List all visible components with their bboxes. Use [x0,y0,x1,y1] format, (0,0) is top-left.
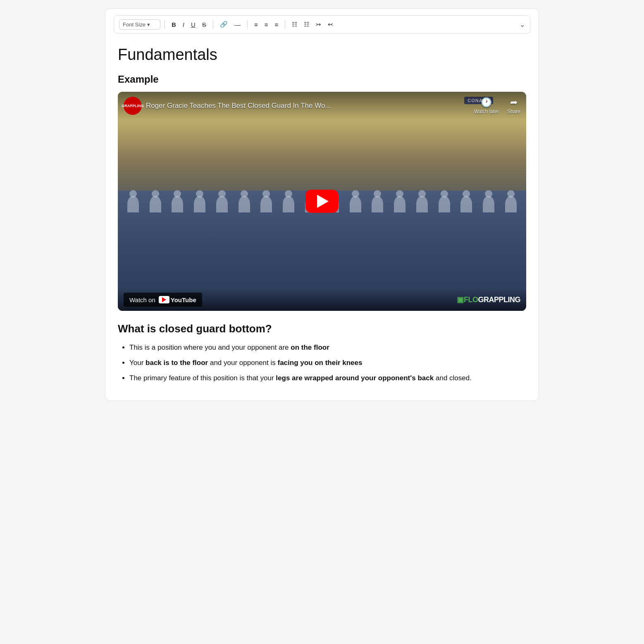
link-group: 🔗 — [217,19,243,30]
font-size-arrow: ▾ [147,21,150,28]
video-embed[interactable]: CONADE [118,92,526,311]
expand-button[interactable]: ⌄ [520,21,525,29]
divider-2 [213,20,213,29]
ordered-list-button[interactable]: ☷ [301,19,312,30]
audience-person [194,196,205,212]
flo-logo: ▣FLOGRAPPLING [457,295,520,304]
audience-person [460,196,472,212]
watch-on-label: Watch on [129,296,155,303]
list-item: The primary feature of this position is … [129,372,526,384]
bullet-text-2-plain1: Your [129,359,145,367]
watch-later-icon: 🕐 [481,97,492,108]
unordered-list-button[interactable]: ☷ [289,19,300,30]
align-center-button[interactable]: ≡ [262,19,271,30]
watch-later-button[interactable]: 🕐 Watch later [474,97,499,114]
video-top-bar: GRAPPLING Roger Gracie Teaches The Best … [118,92,526,120]
bullet-text-1-plain: This is a position where you and your op… [129,343,291,351]
dash-button[interactable]: — [232,19,243,30]
page-title: Fundamentals [118,46,526,64]
bullet-list: This is a position where you and your op… [118,342,526,384]
align-right-button[interactable]: ≡ [272,19,281,30]
list-item: Your back is to the floor and your oppon… [129,357,526,368]
play-triangle-icon [317,195,329,208]
youtube-logo: YouTube [159,296,196,303]
video-bottom-bar: Watch on YouTube ▣FLOGRAPPLING [118,289,526,311]
channel-name: GRAPPLING [122,104,144,108]
bullet-text-2-plain2: and your opponent is [210,359,278,367]
align-group: ≡ ≡ ≡ [252,19,281,30]
divider-4 [285,20,285,29]
font-size-label: Font Size [123,21,145,28]
link-button[interactable]: 🔗 [217,19,230,30]
indent-increase-button[interactable]: ↣ [313,19,324,30]
audience-person [416,196,428,212]
audience-person [216,196,228,212]
audience-person [350,196,361,212]
indent-decrease-button[interactable]: ↢ [325,19,336,30]
font-size-select[interactable]: Font Size ▾ [119,19,160,30]
watch-on-youtube[interactable]: Watch on YouTube [124,293,202,307]
example-section-title: Example [118,74,526,85]
youtube-play-icon [159,296,169,303]
share-icon: ➦ [510,97,518,108]
italic-button[interactable]: I [180,19,187,30]
audience-person [394,196,405,212]
audience-person [483,196,494,212]
content-area: Fundamentals Example CONADE [114,46,530,384]
audience-person [260,196,272,212]
subsection-title: What is closed guard bottom? [118,322,526,335]
format-group: B I U S [169,19,209,30]
share-label: Share [507,109,520,114]
play-button[interactable] [305,190,339,213]
list-item: This is a position where you and your op… [129,342,526,353]
audience-person [239,196,250,212]
underline-button[interactable]: U [188,19,198,30]
audience-person [283,196,294,212]
toolbar: Font Size ▾ B I U S 🔗 — ≡ ≡ ≡ ☷ ☷ ↣ ↢ [114,15,530,33]
audience-person [172,196,183,212]
bullet-text-1-bold: on the floor [291,343,329,351]
youtube-triangle-icon [162,297,166,302]
bullet-text-2-bold1: back is to the floor [145,359,208,367]
divider-3 [247,20,248,29]
bullet-text-2-bold2: facing you on their knees [277,359,362,367]
bold-button[interactable]: B [169,19,179,30]
bullet-text-3-bold: legs are wrapped around your opponent's … [276,374,434,382]
editor-container: Font Size ▾ B I U S 🔗 — ≡ ≡ ≡ ☷ ☷ ↣ ↢ [105,8,539,401]
video-thumbnail: CONADE [118,92,526,311]
strikethrough-button[interactable]: S [200,19,209,30]
audience-person [372,196,383,212]
youtube-text: YouTube [171,296,196,303]
list-group: ☷ ☷ ↣ ↢ [289,19,336,30]
audience-person [127,196,139,212]
audience-person [505,196,517,212]
align-left-button[interactable]: ≡ [252,19,260,30]
audience-person [150,196,161,212]
bullet-text-3-plain1: The primary feature of this position is … [129,374,276,382]
bullet-text-3-plain2: and closed. [436,374,472,382]
channel-logo: GRAPPLING [124,97,142,115]
video-title: Roger Gracie Teaches The Best Closed Gua… [146,102,466,110]
watch-later-label: Watch later [474,109,499,114]
font-size-group: Font Size ▾ [119,19,160,30]
audience-person [439,196,450,212]
share-button[interactable]: ➦ Share [507,97,520,114]
divider-1 [165,20,165,29]
